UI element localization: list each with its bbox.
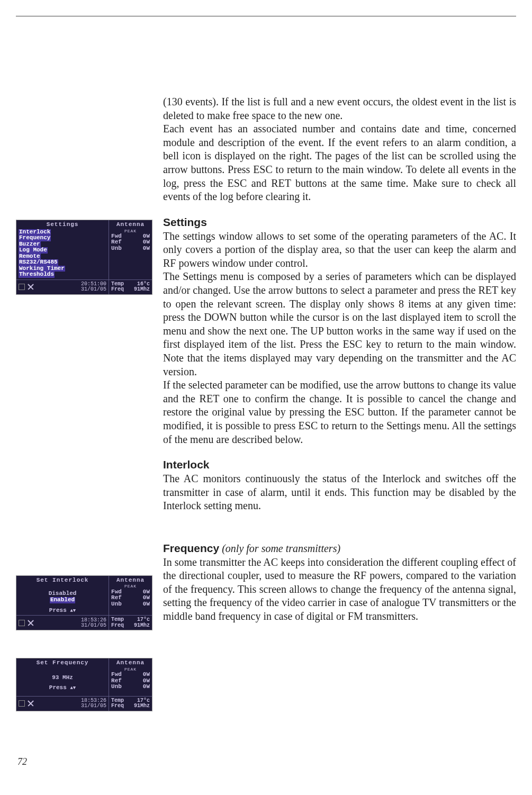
lcd1-freq-value: 91Mhz — [134, 287, 150, 293]
square-icon — [19, 700, 25, 707]
page-number: 72 — [17, 756, 27, 767]
x-icon — [28, 620, 34, 626]
lcd3-press: Press — [49, 684, 67, 691]
intro-p1: (130 events). If the list is full and a … — [163, 95, 516, 122]
lcd3-freq-label: Freq — [111, 703, 124, 709]
x-icon — [28, 284, 34, 290]
interlock-heading: Interlock — [163, 458, 516, 472]
updown-icon: ▲▼ — [70, 685, 76, 691]
updown-icon: ▲▼ — [70, 608, 76, 613]
frequency-heading: Frequency — [163, 542, 219, 554]
lcd3-unb-label: Unb — [111, 684, 122, 690]
lcd-frequency-screenshot: Set Frequency 93 MHz Press ▲▼ Antenna PE… — [16, 658, 152, 711]
lcd2-press: Press — [49, 607, 67, 613]
interlock-body: The AC monitors continuously the status … — [163, 472, 516, 513]
settings-heading: Settings — [163, 215, 516, 230]
lcd3-antenna-label: Antenna — [111, 660, 150, 667]
square-icon — [19, 620, 25, 626]
frequency-note: (only for some transmitters) — [222, 543, 340, 554]
lcd2-enabled: Enabled — [50, 597, 75, 603]
lcd-settings-screenshot: Settings Interlock Frequency Buzzer Log … — [16, 220, 152, 295]
lcd1-antenna-label: Antenna — [111, 222, 150, 229]
settings-p2: The Settings menu is composed by a serie… — [163, 270, 516, 378]
lcd1-item-thresholds: Thresholds — [19, 272, 55, 278]
lcd3-freq-value: 91Mhz — [134, 703, 150, 709]
lcd1-item-logmode: Log Mode — [19, 247, 48, 254]
lcd2-antenna-label: Antenna — [111, 577, 150, 585]
right-column: (130 events). If the list is full and a … — [163, 95, 516, 727]
settings-p1: The settings window allows to set some o… — [163, 230, 516, 270]
page-content: Settings Interlock Frequency Buzzer Log … — [0, 0, 532, 727]
lcd3-value: 93 MHz — [19, 675, 106, 681]
lcd1-unb-label: Unb — [111, 246, 122, 252]
x-icon — [28, 700, 34, 707]
intro-p2: Each event has an associated number and … — [163, 122, 516, 204]
lcd1-date: 31/01/05 — [81, 287, 106, 292]
lcd3-date: 31/01/05 — [81, 703, 106, 709]
lcd3-unb-value: 0W — [143, 684, 150, 690]
lcd-interlock-screenshot: Set Interlock Disabled Enabled Press ▲▼ … — [16, 575, 152, 630]
page-top-rule — [16, 16, 516, 16]
left-column: Settings Interlock Frequency Buzzer Log … — [16, 95, 154, 727]
lcd3-title: Set Frequency — [19, 660, 106, 667]
lcd2-title: Set Interlock — [19, 577, 106, 585]
settings-p3: If the selected parameter can be modifie… — [163, 378, 516, 446]
lcd1-title: Settings — [19, 222, 106, 229]
square-icon — [19, 284, 25, 290]
lcd2-freq-label: Freq — [111, 623, 124, 629]
lcd1-menu: Interlock Frequency Buzzer Log Mode Remo… — [19, 229, 106, 278]
lcd2-unb-value: 0W — [143, 601, 150, 608]
lcd2-date: 31/01/05 — [81, 623, 106, 628]
lcd2-freq-value: 91Mhz — [134, 623, 150, 629]
frequency-body: In some transmitter the AC keeps into co… — [163, 556, 516, 624]
lcd1-freq-label: Freq — [111, 287, 124, 293]
lcd1-item-frequency: Frequency — [19, 235, 51, 241]
lcd3-fwd-label: Fwd — [111, 672, 122, 678]
lcd2-unb-label: Unb — [111, 601, 122, 608]
lcd1-unb-value: 0W — [143, 246, 150, 252]
lcd3-fwd-value: 0W — [143, 672, 150, 678]
